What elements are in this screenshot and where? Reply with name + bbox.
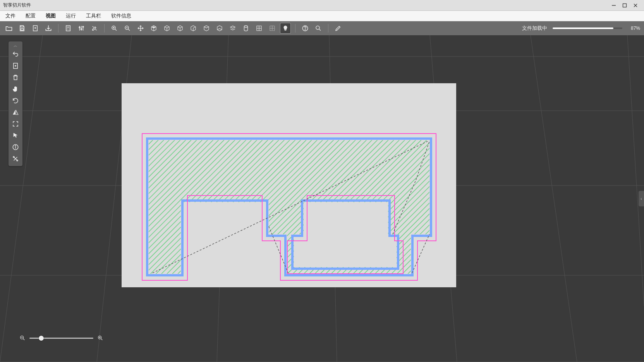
svg-line-65 <box>23 339 24 340</box>
zoom-slider-knob[interactable] <box>39 336 44 341</box>
edit-icon[interactable] <box>333 23 343 33</box>
layer-icon[interactable] <box>228 23 238 33</box>
pointer-icon[interactable] <box>10 130 21 141</box>
help-icon[interactable] <box>300 23 310 33</box>
cylinder-icon[interactable] <box>241 23 251 33</box>
svg-point-40 <box>316 26 319 29</box>
tools-icon[interactable] <box>89 23 100 33</box>
svg-rect-1 <box>623 3 627 7</box>
view-bottom-icon[interactable] <box>215 23 225 33</box>
right-panel-toggle[interactable]: ‹ <box>639 191 644 206</box>
zoom-in-icon[interactable] <box>97 335 103 341</box>
folder-open-icon[interactable] <box>4 23 14 33</box>
view-right-icon[interactable] <box>188 23 198 33</box>
view-iso-icon[interactable] <box>149 23 159 33</box>
svg-line-26 <box>128 29 130 31</box>
maximize-button[interactable] <box>619 2 630 9</box>
view-top-icon[interactable] <box>201 23 211 33</box>
menu-about[interactable]: 软件信息 <box>110 12 133 20</box>
save-icon[interactable] <box>17 23 27 33</box>
zoom-slider[interactable] <box>29 338 93 339</box>
toolbar-separator <box>295 24 295 33</box>
svg-line-22 <box>115 29 117 31</box>
menu-config[interactable]: 配置 <box>24 12 37 20</box>
grid-icon[interactable] <box>254 23 264 33</box>
toolbar-separator <box>58 24 58 33</box>
side-toolbox: ︿ <box>9 41 22 166</box>
progress-fill <box>553 27 613 29</box>
svg-rect-4 <box>21 26 23 27</box>
trash-icon[interactable] <box>10 72 21 83</box>
grid-dotted-icon[interactable] <box>267 23 277 33</box>
menu-view[interactable]: 视图 <box>44 12 57 20</box>
svg-line-41 <box>319 29 321 31</box>
sliders-icon[interactable] <box>76 23 86 33</box>
app-title: 智享切片软件 <box>3 2 31 9</box>
view-front-icon[interactable] <box>162 23 172 33</box>
minimize-button[interactable] <box>608 2 619 9</box>
new-doc-icon[interactable] <box>30 23 40 33</box>
menubar: 文件 配置 视图 运行 工具栏 软件信息 <box>0 11 644 21</box>
progress-label: 文件加载中 <box>522 25 547 32</box>
toolbar: 文件加载中 87% <box>0 21 644 35</box>
svg-line-52 <box>531 35 577 362</box>
svg-rect-5 <box>21 29 23 31</box>
rotate-ccw-icon[interactable] <box>10 95 21 106</box>
workspace[interactable]: ︿ ‹ <box>0 35 644 362</box>
svg-rect-37 <box>285 30 287 31</box>
progress-percent: 87% <box>631 26 640 31</box>
zoom-in-icon[interactable] <box>109 23 119 33</box>
move-icon[interactable] <box>136 23 146 33</box>
calculator-icon[interactable] <box>63 23 73 33</box>
undo-icon[interactable] <box>10 48 21 60</box>
svg-point-61 <box>15 146 16 146</box>
menu-toolbar[interactable]: 工具栏 <box>84 12 103 20</box>
export-icon[interactable] <box>43 23 53 33</box>
zoom-out-icon[interactable] <box>19 335 26 341</box>
hand-icon[interactable] <box>10 83 21 95</box>
view-left-icon[interactable] <box>175 23 185 33</box>
svg-point-30 <box>244 26 248 27</box>
zoom-controls <box>19 335 103 341</box>
svg-point-39 <box>305 29 305 30</box>
close-button[interactable] <box>630 2 641 9</box>
info-icon[interactable] <box>10 141 21 153</box>
menu-file[interactable]: 文件 <box>4 12 17 20</box>
build-plate[interactable] <box>122 83 456 287</box>
tools-cross-icon[interactable] <box>10 153 21 165</box>
fullscreen-icon[interactable] <box>10 118 21 130</box>
menu-run[interactable]: 运行 <box>64 12 77 20</box>
svg-rect-9 <box>66 26 70 31</box>
zoom-out-icon[interactable] <box>122 23 132 33</box>
mirror-icon[interactable] <box>10 106 21 118</box>
toolbar-separator <box>328 24 328 33</box>
collapse-toggle[interactable]: ︿ <box>14 43 17 48</box>
progress-bar <box>553 27 622 29</box>
svg-line-53 <box>627 35 644 306</box>
add-page-icon[interactable] <box>10 60 21 72</box>
titlebar: 智享切片软件 <box>0 0 644 11</box>
search-icon[interactable] <box>313 23 323 33</box>
svg-line-68 <box>101 339 102 340</box>
lightbulb-icon[interactable] <box>280 23 290 33</box>
toolbar-separator <box>104 24 105 33</box>
